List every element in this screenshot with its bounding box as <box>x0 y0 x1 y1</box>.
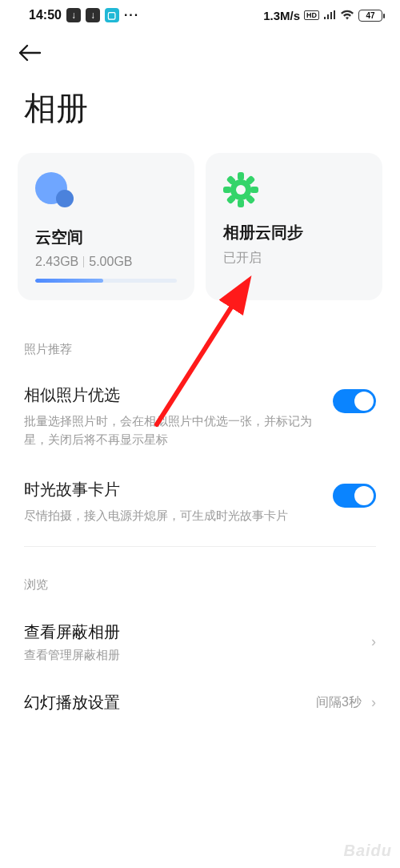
status-right: 1.3M/s HD 47 <box>263 9 382 22</box>
divider <box>83 256 84 267</box>
summary-cards: 云空间 2.43GB 5.00GB <box>0 153 400 300</box>
status-bar: 14:50 ↓ ↓ ▢ ··· 1.3M/s HD 47 <box>0 0 400 27</box>
cloud-sync-title: 相册云同步 <box>223 222 365 243</box>
signal-icon <box>323 9 336 22</box>
setting-title: 时光故事卡片 <box>24 479 318 500</box>
toggle-similar-photos[interactable] <box>333 389 376 413</box>
gear-icon <box>223 172 258 207</box>
section-label-recommend: 照片推荐 <box>0 300 400 372</box>
toggle-story-card[interactable] <box>333 484 376 508</box>
storage-used: 2.43GB <box>35 255 78 269</box>
hd-icon: HD <box>304 10 319 20</box>
page-title: 相册 <box>0 72 400 153</box>
cloud-space-card[interactable]: 云空间 2.43GB 5.00GB <box>18 153 194 300</box>
cloud-space-title: 云空间 <box>35 227 177 248</box>
setting-story-card[interactable]: 时光故事卡片 尽情拍摄，接入电源并熄屏，可生成时光故事卡片 <box>0 466 400 543</box>
navbar <box>0 27 400 72</box>
cloud-space-usage: 2.43GB 5.00GB <box>35 255 177 269</box>
status-left: 14:50 ↓ ↓ ▢ ··· <box>29 8 139 22</box>
download-icon: ↓ <box>66 8 81 22</box>
storage-total: 5.00GB <box>89 255 132 269</box>
app-icon: ▢ <box>105 8 119 22</box>
chevron-right-icon: › <box>371 694 376 711</box>
battery-icon: 47 <box>358 10 382 22</box>
watermark: Baidu <box>343 842 392 860</box>
back-button[interactable] <box>18 42 42 66</box>
row-desc: 查看管理屏蔽相册 <box>24 648 362 663</box>
clock: 14:50 <box>29 8 62 22</box>
cloud-sync-status: 已开启 <box>223 250 365 267</box>
setting-desc: 尽情拍摄，接入电源并熄屏，可生成时光故事卡片 <box>24 507 318 525</box>
row-hidden-albums[interactable]: 查看屏蔽相册 查看管理屏蔽相册 › <box>0 607 400 677</box>
download-icon: ↓ <box>86 8 100 22</box>
divider <box>24 546 376 547</box>
section-label-browse: 浏览 <box>0 550 400 607</box>
storage-progress <box>35 279 177 283</box>
chevron-right-icon: › <box>371 633 376 650</box>
row-slideshow-settings[interactable]: 幻灯播放设置 间隔3秒 › <box>0 677 400 728</box>
row-value: 间隔3秒 <box>316 694 362 711</box>
cloud-sync-card[interactable]: 相册云同步 已开启 <box>206 153 382 300</box>
svg-rect-1 <box>238 172 244 180</box>
wifi-icon <box>340 9 354 22</box>
row-title: 查看屏蔽相册 <box>24 621 362 643</box>
svg-point-2 <box>236 185 246 195</box>
more-icon: ··· <box>124 8 139 22</box>
network-rate: 1.3M/s <box>263 9 300 22</box>
setting-title: 相似照片优选 <box>24 384 318 406</box>
setting-desc: 批量选择照片时，会在相似照片中优选一张，并标记为星，关闭后将不再显示星标 <box>24 412 318 448</box>
setting-similar-photos[interactable]: 相似照片优选 批量选择照片时，会在相似照片中优选一张，并标记为星，关闭后将不再显… <box>0 372 400 466</box>
row-title: 幻灯播放设置 <box>24 692 306 713</box>
cloud-icon <box>35 172 177 212</box>
